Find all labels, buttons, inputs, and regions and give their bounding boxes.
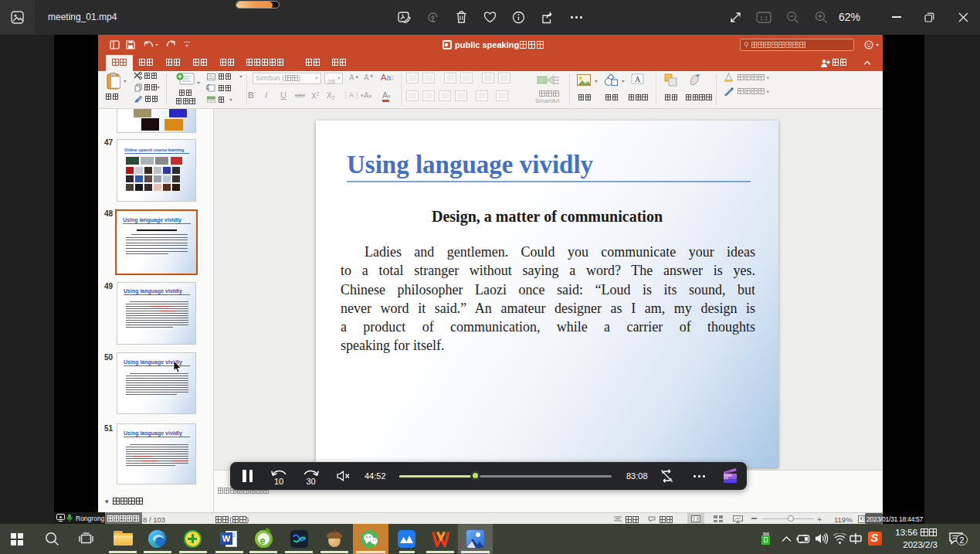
svg-text:1:1: 1:1 xyxy=(759,15,768,22)
svg-text:10: 10 xyxy=(274,477,283,486)
svg-text:A: A xyxy=(635,75,641,83)
svg-text:30: 30 xyxy=(307,477,316,486)
